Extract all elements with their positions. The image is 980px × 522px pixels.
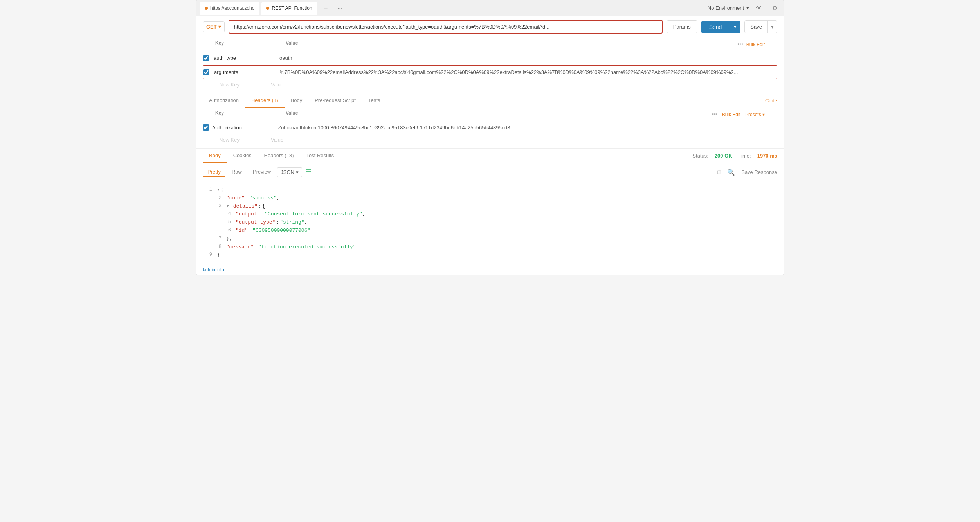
headers-value-header: Value — [286, 110, 712, 118]
json-colon-5: : — [276, 219, 279, 227]
json-key-id: "id" — [236, 227, 248, 235]
resp-tab-test-results[interactable]: Test Results — [300, 149, 340, 163]
line-num-2: 2 — [212, 194, 226, 202]
json-key-message: "message" — [226, 243, 254, 251]
json-val-output-type: "string" — [280, 219, 304, 227]
line-num-1: 1 — [203, 186, 217, 194]
settings-icon[interactable]: ⚙ — [769, 3, 780, 14]
json-key-code: "code" — [226, 194, 245, 203]
new-header-row: New Key Value — [203, 134, 777, 145]
params-actions: ··· Bulk Edit — [737, 40, 765, 48]
params-key-header: Key — [215, 40, 286, 48]
send-dropdown-button[interactable]: ▾ — [730, 21, 740, 33]
collapse-icon-1[interactable]: ▾ — [217, 186, 220, 194]
save-button[interactable]: Save — [745, 21, 767, 33]
json-brace-close: } — [217, 251, 220, 259]
code-link[interactable]: Code — [765, 94, 777, 108]
json-comma-5: , — [304, 219, 308, 227]
status-label: Status: — [692, 153, 708, 159]
params-button[interactable]: Params — [667, 20, 697, 33]
tab-body[interactable]: Body — [285, 93, 309, 108]
save-btn-group: Save ▾ — [744, 20, 777, 33]
line-num-3: 3 — [212, 203, 226, 210]
status-info: Status: 200 OK Time: 1970 ms — [692, 153, 777, 159]
params-bulk-edit-button[interactable]: Bulk Edit — [746, 42, 765, 47]
tab-pre-request-script[interactable]: Pre-request Script — [308, 93, 362, 108]
resp-tab-headers[interactable]: Headers (18) — [258, 149, 300, 163]
json-brace-details-open: { — [262, 203, 265, 211]
json-line-2: 2 "code" : "success" , — [203, 194, 777, 203]
json-colon-8: : — [254, 243, 258, 251]
header-row-authorization: Authorization Zoho-oauthtoken 1000.86074… — [203, 121, 777, 134]
copy-response-button[interactable]: ⧉ — [717, 169, 721, 176]
tab-tests[interactable]: Tests — [362, 93, 386, 108]
fmt-tab-preview[interactable]: Preview — [248, 167, 276, 177]
param-row-auth-type: auth_type oauth — [203, 51, 777, 65]
tab-headers[interactable]: Headers (1) — [245, 93, 285, 108]
headers-presets-button[interactable]: Presets ▾ — [745, 112, 765, 117]
json-colon-6: : — [249, 227, 252, 235]
new-param-value-placeholder: Value — [271, 82, 283, 88]
tab-actions: + ··· — [321, 3, 346, 14]
fmt-tab-raw[interactable]: Raw — [227, 167, 247, 177]
json-colon-4: : — [261, 210, 264, 219]
response-section: Body Cookies Headers (18) Test Results S… — [196, 149, 784, 264]
fmt-tab-pretty[interactable]: Pretty — [203, 167, 225, 177]
json-line-8: 8 "message" : "function executed success… — [203, 243, 777, 251]
env-dropdown[interactable]: No Environment ▾ — [708, 5, 749, 11]
json-line-3: 3 ▾ "details" : { — [203, 203, 777, 211]
json-val-output: "Consent form sent successfully" — [265, 210, 362, 219]
param-checkbox-auth-type[interactable] — [203, 55, 209, 61]
more-tabs-button[interactable]: ··· — [335, 3, 346, 14]
line-num-4: 4 — [222, 210, 236, 218]
headers-table-header: Key Value ··· Bulk Edit Presets ▾ — [203, 108, 777, 121]
tab-bar: https://accounts.zoho REST API Function … — [196, 0, 784, 16]
params-table-header: Key Value ··· Bulk Edit — [203, 38, 777, 51]
header-checkbox-authorization[interactable] — [203, 124, 209, 131]
json-format-dropdown[interactable]: JSON ▾ — [277, 167, 302, 177]
wrap-icon[interactable]: ☰ — [304, 166, 313, 178]
headers-actions: ··· Bulk Edit Presets ▾ — [712, 110, 765, 118]
footer-link[interactable]: kofein.info — [203, 267, 224, 273]
resp-tab-cookies[interactable]: Cookies — [227, 149, 258, 163]
collapse-icon-3[interactable]: ▾ — [226, 203, 229, 211]
headers-section: Key Value ··· Bulk Edit Presets ▾ Author… — [196, 108, 784, 149]
headers-bulk-edit-button[interactable]: Bulk Edit — [722, 112, 740, 117]
params-more-icon[interactable]: ··· — [737, 40, 743, 48]
params-value-header: Value — [286, 40, 737, 48]
method-label: GET — [206, 24, 217, 30]
json-chevron-icon: ▾ — [296, 169, 299, 175]
save-response-button[interactable]: Save Response — [741, 169, 777, 175]
json-viewer: 1 ▾ { 2 "code" : "success" , 3 ▾ "detail… — [196, 181, 784, 264]
url-bar: GET ▾ Params Send ▾ Save ▾ — [196, 16, 784, 38]
json-brace-open: { — [221, 186, 224, 194]
search-response-button[interactable]: 🔍 — [727, 169, 735, 176]
tab-authorization[interactable]: Authorization — [203, 93, 245, 108]
resp-tab-body[interactable]: Body — [203, 149, 227, 163]
json-colon-3: : — [258, 203, 261, 211]
json-line-5: 5 "output_type" : "string" , — [203, 219, 777, 227]
env-chevron-icon: ▾ — [746, 5, 749, 11]
method-selector[interactable]: GET ▾ — [203, 21, 225, 32]
line-num-7: 7 — [212, 235, 226, 242]
send-button[interactable]: Send — [701, 21, 730, 33]
param-key-auth-type: auth_type — [212, 54, 275, 63]
add-tab-button[interactable]: + — [321, 3, 331, 14]
env-label: No Environment — [708, 5, 744, 11]
json-val-code: "success" — [249, 194, 277, 203]
headers-more-icon[interactable]: ··· — [712, 110, 717, 118]
tab-accounts-zoho[interactable]: https://accounts.zoho — [200, 2, 259, 15]
tab-rest-api[interactable]: REST API Function — [261, 2, 317, 15]
param-row-arguments: arguments %7B%0D%0A%09%22emailAddress%22… — [203, 65, 777, 79]
line-num-5: 5 — [222, 219, 236, 226]
time-value: 1970 ms — [757, 153, 777, 159]
json-comma-4: , — [362, 210, 366, 219]
url-input[interactable] — [229, 21, 662, 33]
save-dropdown-button[interactable]: ▾ — [767, 21, 777, 33]
param-checkbox-arguments[interactable] — [203, 69, 209, 75]
json-line-4: 4 "output" : "Consent form sent successf… — [203, 210, 777, 219]
request-tabs: Authorization Headers (1) Body Pre-reque… — [196, 93, 784, 108]
eye-icon[interactable]: 👁 — [754, 3, 765, 14]
new-param-key-placeholder: New Key — [219, 82, 240, 88]
tab-label-rest: REST API Function — [272, 5, 312, 11]
